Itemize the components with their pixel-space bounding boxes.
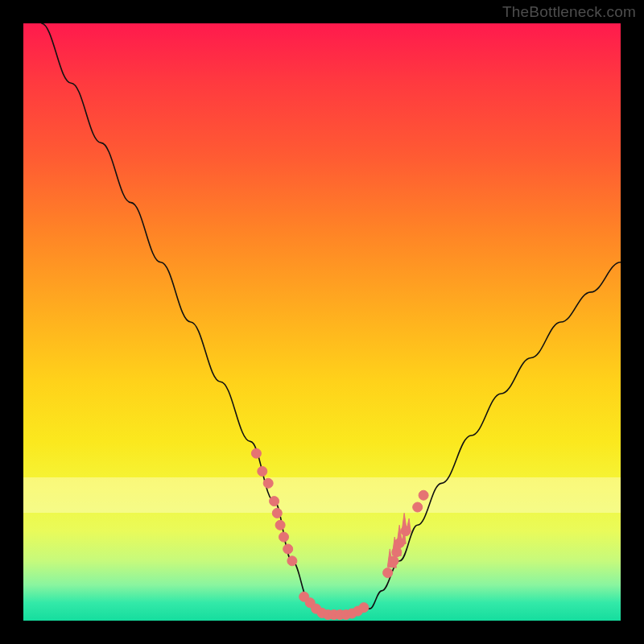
marker-dot: [419, 490, 428, 500]
marker-dot: [251, 448, 261, 458]
marker-dots-group: [251, 448, 428, 619]
marker-dot: [275, 520, 285, 530]
marker-dot: [258, 467, 267, 477]
right-spikes-group: [387, 513, 411, 568]
bottleneck-curve-line: [41, 23, 621, 615]
marker-dot: [287, 556, 297, 566]
marker-dot: [383, 568, 393, 578]
marker-dot: [263, 478, 273, 488]
chart-svg: [23, 23, 621, 621]
marker-dot: [413, 502, 423, 512]
marker-dot: [270, 497, 279, 506]
watermark-text: TheBottleneck.com: [502, 3, 636, 21]
marker-dot: [279, 532, 289, 542]
marker-dot: [359, 603, 369, 613]
flame-spike: [402, 513, 411, 531]
marker-dot: [272, 508, 282, 518]
chart-frame: [23, 23, 621, 621]
marker-dot: [283, 544, 293, 554]
